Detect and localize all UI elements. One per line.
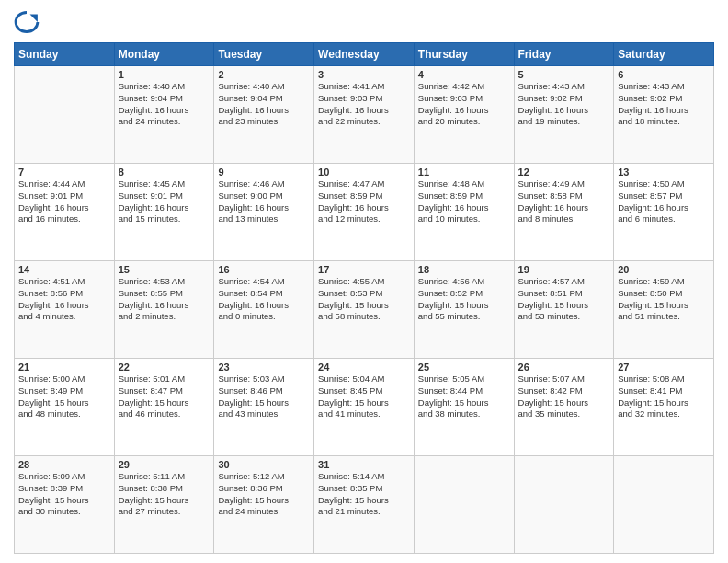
day-cell: 28Sunrise: 5:09 AM Sunset: 8:39 PM Dayli… xyxy=(15,456,115,554)
day-cell xyxy=(414,456,514,554)
day-cell: 2Sunrise: 4:40 AM Sunset: 9:04 PM Daylig… xyxy=(214,66,314,164)
day-number: 29 xyxy=(119,459,210,470)
day-info: Sunrise: 4:47 AM Sunset: 8:59 PM Dayligh… xyxy=(318,178,410,225)
day-cell: 16Sunrise: 4:54 AM Sunset: 8:54 PM Dayli… xyxy=(214,261,314,359)
day-info: Sunrise: 4:46 AM Sunset: 9:00 PM Dayligh… xyxy=(218,178,310,225)
day-info: Sunrise: 5:11 AM Sunset: 8:38 PM Dayligh… xyxy=(119,471,210,518)
day-cell: 31Sunrise: 5:14 AM Sunset: 8:35 PM Dayli… xyxy=(314,456,415,554)
day-info: Sunrise: 5:01 AM Sunset: 8:47 PM Dayligh… xyxy=(119,373,210,420)
day-cell: 18Sunrise: 4:56 AM Sunset: 8:52 PM Dayli… xyxy=(414,261,514,359)
day-number: 31 xyxy=(318,459,410,470)
day-cell: 14Sunrise: 4:51 AM Sunset: 8:56 PM Dayli… xyxy=(15,261,115,359)
day-number: 21 xyxy=(18,362,110,373)
day-info: Sunrise: 4:56 AM Sunset: 8:52 PM Dayligh… xyxy=(418,276,510,323)
day-info: Sunrise: 4:43 AM Sunset: 9:02 PM Dayligh… xyxy=(518,81,610,128)
day-number: 6 xyxy=(618,69,710,80)
day-info: Sunrise: 4:45 AM Sunset: 9:01 PM Dayligh… xyxy=(119,178,210,225)
day-number: 28 xyxy=(18,459,110,470)
day-cell: 12Sunrise: 4:49 AM Sunset: 8:58 PM Dayli… xyxy=(514,164,614,261)
day-info: Sunrise: 4:54 AM Sunset: 8:54 PM Dayligh… xyxy=(218,276,310,323)
page: SundayMondayTuesdayWednesdayThursdayFrid… xyxy=(0,0,728,563)
day-number: 25 xyxy=(418,362,510,373)
day-cell: 20Sunrise: 4:59 AM Sunset: 8:50 PM Dayli… xyxy=(614,261,714,359)
day-number: 17 xyxy=(318,264,410,275)
day-info: Sunrise: 5:07 AM Sunset: 8:42 PM Dayligh… xyxy=(518,373,610,420)
day-number: 7 xyxy=(18,167,110,178)
day-number: 3 xyxy=(318,69,410,80)
day-cell: 23Sunrise: 5:03 AM Sunset: 8:46 PM Dayli… xyxy=(214,359,314,456)
day-cell: 1Sunrise: 4:40 AM Sunset: 9:04 PM Daylig… xyxy=(114,66,214,164)
day-number: 19 xyxy=(518,264,610,275)
day-cell: 29Sunrise: 5:11 AM Sunset: 8:38 PM Dayli… xyxy=(114,456,214,554)
day-info: Sunrise: 5:00 AM Sunset: 8:49 PM Dayligh… xyxy=(18,373,110,420)
day-cell: 6Sunrise: 4:43 AM Sunset: 9:02 PM Daylig… xyxy=(614,66,714,164)
day-number: 11 xyxy=(418,167,510,178)
day-info: Sunrise: 4:43 AM Sunset: 9:02 PM Dayligh… xyxy=(618,81,710,128)
day-number: 13 xyxy=(618,167,710,178)
logo xyxy=(14,9,43,35)
day-cell xyxy=(514,456,614,554)
day-cell: 5Sunrise: 4:43 AM Sunset: 9:02 PM Daylig… xyxy=(514,66,614,164)
day-info: Sunrise: 5:08 AM Sunset: 8:41 PM Dayligh… xyxy=(618,373,710,420)
day-cell: 19Sunrise: 4:57 AM Sunset: 8:51 PM Dayli… xyxy=(514,261,614,359)
day-cell: 21Sunrise: 5:00 AM Sunset: 8:49 PM Dayli… xyxy=(15,359,115,456)
logo-icon xyxy=(14,9,40,35)
day-info: Sunrise: 5:14 AM Sunset: 8:35 PM Dayligh… xyxy=(318,471,410,518)
day-info: Sunrise: 4:59 AM Sunset: 8:50 PM Dayligh… xyxy=(618,276,710,323)
week-row-1: 1Sunrise: 4:40 AM Sunset: 9:04 PM Daylig… xyxy=(15,66,714,164)
day-info: Sunrise: 4:49 AM Sunset: 8:58 PM Dayligh… xyxy=(518,178,610,225)
day-cell: 26Sunrise: 5:07 AM Sunset: 8:42 PM Dayli… xyxy=(514,359,614,456)
day-number: 8 xyxy=(119,167,210,178)
day-info: Sunrise: 5:12 AM Sunset: 8:36 PM Dayligh… xyxy=(218,471,310,518)
day-info: Sunrise: 4:53 AM Sunset: 8:55 PM Dayligh… xyxy=(119,276,210,323)
day-info: Sunrise: 4:41 AM Sunset: 9:03 PM Dayligh… xyxy=(318,81,410,128)
day-cell: 13Sunrise: 4:50 AM Sunset: 8:57 PM Dayli… xyxy=(614,164,714,261)
day-cell xyxy=(15,66,115,164)
day-cell: 11Sunrise: 4:48 AM Sunset: 8:59 PM Dayli… xyxy=(414,164,514,261)
weekday-header-tuesday: Tuesday xyxy=(214,43,314,66)
day-info: Sunrise: 4:40 AM Sunset: 9:04 PM Dayligh… xyxy=(218,81,310,128)
day-number: 12 xyxy=(518,167,610,178)
week-row-4: 21Sunrise: 5:00 AM Sunset: 8:49 PM Dayli… xyxy=(15,359,714,456)
day-number: 4 xyxy=(418,69,510,80)
weekday-header-saturday: Saturday xyxy=(614,43,714,66)
day-info: Sunrise: 4:44 AM Sunset: 9:01 PM Dayligh… xyxy=(18,178,110,225)
week-row-5: 28Sunrise: 5:09 AM Sunset: 8:39 PM Dayli… xyxy=(15,456,714,554)
weekday-header-sunday: Sunday xyxy=(15,43,115,66)
day-number: 1 xyxy=(119,69,210,80)
day-number: 26 xyxy=(518,362,610,373)
day-info: Sunrise: 5:05 AM Sunset: 8:44 PM Dayligh… xyxy=(418,373,510,420)
day-info: Sunrise: 5:09 AM Sunset: 8:39 PM Dayligh… xyxy=(18,471,110,518)
day-number: 10 xyxy=(318,167,410,178)
day-cell: 10Sunrise: 4:47 AM Sunset: 8:59 PM Dayli… xyxy=(314,164,415,261)
day-info: Sunrise: 4:55 AM Sunset: 8:53 PM Dayligh… xyxy=(318,276,410,323)
week-row-2: 7Sunrise: 4:44 AM Sunset: 9:01 PM Daylig… xyxy=(15,164,714,261)
day-cell: 22Sunrise: 5:01 AM Sunset: 8:47 PM Dayli… xyxy=(114,359,214,456)
day-info: Sunrise: 4:40 AM Sunset: 9:04 PM Dayligh… xyxy=(119,81,210,128)
day-cell: 24Sunrise: 5:04 AM Sunset: 8:45 PM Dayli… xyxy=(314,359,415,456)
day-cell: 17Sunrise: 4:55 AM Sunset: 8:53 PM Dayli… xyxy=(314,261,415,359)
day-info: Sunrise: 5:03 AM Sunset: 8:46 PM Dayligh… xyxy=(218,373,310,420)
day-cell: 30Sunrise: 5:12 AM Sunset: 8:36 PM Dayli… xyxy=(214,456,314,554)
day-info: Sunrise: 4:50 AM Sunset: 8:57 PM Dayligh… xyxy=(618,178,710,225)
day-number: 20 xyxy=(618,264,710,275)
weekday-header-wednesday: Wednesday xyxy=(314,43,415,66)
calendar: SundayMondayTuesdayWednesdayThursdayFrid… xyxy=(14,42,714,554)
header xyxy=(14,9,714,35)
day-cell xyxy=(614,456,714,554)
weekday-header-row: SundayMondayTuesdayWednesdayThursdayFrid… xyxy=(15,43,714,66)
day-number: 2 xyxy=(218,69,310,80)
weekday-header-friday: Friday xyxy=(514,43,614,66)
day-number: 30 xyxy=(218,459,310,470)
day-cell: 8Sunrise: 4:45 AM Sunset: 9:01 PM Daylig… xyxy=(114,164,214,261)
day-number: 18 xyxy=(418,264,510,275)
day-number: 14 xyxy=(18,264,110,275)
day-number: 22 xyxy=(119,362,210,373)
day-info: Sunrise: 4:51 AM Sunset: 8:56 PM Dayligh… xyxy=(18,276,110,323)
day-number: 23 xyxy=(218,362,310,373)
day-number: 27 xyxy=(618,362,710,373)
day-info: Sunrise: 4:57 AM Sunset: 8:51 PM Dayligh… xyxy=(518,276,610,323)
day-number: 24 xyxy=(318,362,410,373)
weekday-header-thursday: Thursday xyxy=(414,43,514,66)
day-cell: 15Sunrise: 4:53 AM Sunset: 8:55 PM Dayli… xyxy=(114,261,214,359)
